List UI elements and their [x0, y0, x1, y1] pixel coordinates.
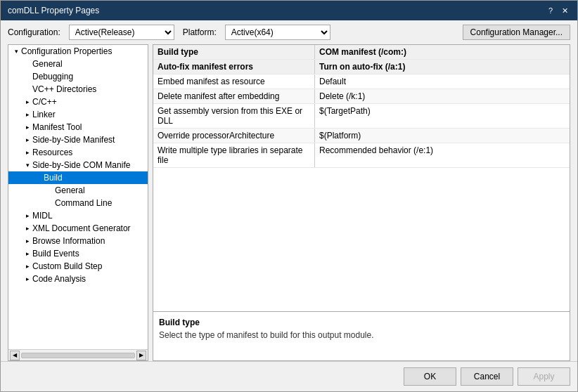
- tree-label-browse-info: Browse Information: [32, 236, 105, 246]
- tree-scroll-right[interactable]: ▶: [136, 351, 146, 360]
- tree-item-xml-doc[interactable]: ▸XML Document Generator: [8, 222, 148, 235]
- tree-expand-browse-info: ▸: [23, 236, 32, 246]
- help-button[interactable]: ?: [545, 5, 556, 16]
- tree-expand-general2: [45, 185, 55, 195]
- table-row[interactable]: Auto-fix manifest errorsTurn on auto-fix…: [153, 60, 570, 74]
- props-desc-title: Build type: [159, 318, 564, 327]
- tree-expand-xml-doc: ▸: [23, 223, 32, 233]
- table-row[interactable]: Write multiple type libraries in separat…: [153, 143, 570, 168]
- props-cell-left: Override processorArchitecture: [153, 129, 315, 143]
- props-header-right: COM manifest (/com:): [315, 45, 570, 59]
- config-row: Configuration: Active(Release) Platform:…: [1, 20, 577, 44]
- tree-item-linker[interactable]: ▸Linker: [8, 108, 148, 121]
- main-content: ▾Configuration PropertiesGeneralDebuggin…: [1, 44, 577, 361]
- tree-expand-manifest-tool: ▸: [23, 122, 32, 132]
- tree-expand-side-by-side-com: ▾: [23, 160, 32, 170]
- tree-item-vc-dirs[interactable]: VC++ Directories: [8, 83, 148, 96]
- props-cell-left: Delete manifest after embedding: [153, 89, 315, 103]
- props-panel: Build type COM manifest (/com:) Auto-fix…: [153, 44, 570, 361]
- tree-item-side-by-side[interactable]: ▸Side-by-Side Manifest: [8, 133, 148, 146]
- config-select[interactable]: Active(Release): [69, 25, 174, 40]
- config-manager-button[interactable]: Configuration Manager...: [463, 25, 570, 40]
- tree-expand-resources: ▸: [23, 148, 32, 157]
- tree-expand-side-by-side: ▸: [23, 135, 32, 145]
- tree-expand-cpp: ▸: [23, 97, 32, 107]
- props-table: Build type COM manifest (/com:) Auto-fix…: [153, 45, 570, 311]
- tree-item-build-events[interactable]: ▸Build Events: [8, 247, 148, 260]
- button-row: OK Cancel Apply: [1, 361, 577, 391]
- tree-label-custom-build: Custom Build Step: [32, 261, 102, 271]
- props-cell-right: Delete (/k:1): [315, 89, 570, 103]
- tree-label-side-by-side: Side-by-Side Manifest: [32, 135, 115, 145]
- tree-item-build[interactable]: Build: [8, 171, 148, 184]
- tree-label-xml-doc: XML Document Generator: [32, 223, 131, 233]
- tree-label-code-analysis: Code Analysis: [32, 274, 86, 284]
- tree-item-resources[interactable]: ▸Resources: [8, 146, 148, 159]
- tree-horizontal-scrollbar[interactable]: ◀▶: [8, 349, 148, 360]
- tree-label-cpp: C/C++: [32, 97, 57, 107]
- tree-item-manifest-tool[interactable]: ▸Manifest Tool: [8, 121, 148, 133]
- tree-label-resources: Resources: [32, 148, 72, 157]
- tree-expand-build: [34, 173, 44, 183]
- tree-item-midl[interactable]: ▸MIDL: [8, 209, 148, 222]
- close-button[interactable]: ✕: [559, 5, 570, 16]
- props-header-left: Build type: [153, 45, 315, 59]
- props-cell-right: Recommended behavior (/e:1): [315, 143, 570, 167]
- props-cell-left: Embed manifest as resource: [153, 74, 315, 89]
- table-row[interactable]: Embed manifest as resourceDefault: [153, 74, 570, 89]
- props-cell-right: $(Platform): [315, 129, 570, 143]
- props-cell-right: $(TargetPath): [315, 104, 570, 128]
- tree-expand-vc-dirs: [23, 84, 32, 94]
- props-header-row: Build type COM manifest (/com:): [153, 45, 570, 60]
- tree-item-general2[interactable]: General: [8, 184, 148, 197]
- tree-label-side-by-side-com: Side-by-Side COM Manife: [32, 160, 130, 170]
- tree-label-debugging: Debugging: [32, 72, 73, 81]
- tree-expand-general: [23, 59, 32, 69]
- tree-label-config-props: Configuration Properties: [21, 46, 112, 56]
- title-bar-controls: ? ✕: [545, 5, 570, 16]
- props-cell-right: Default: [315, 74, 570, 89]
- tree-panel: ▾Configuration PropertiesGeneralDebuggin…: [8, 44, 148, 361]
- tree-label-build-events: Build Events: [32, 249, 79, 259]
- tree-label-general2: General: [55, 185, 85, 195]
- platform-select[interactable]: Active(x64): [225, 25, 330, 40]
- tree-label-general: General: [32, 59, 63, 69]
- tree-expand-custom-build: ▸: [23, 261, 32, 271]
- tree-expand-build-events: ▸: [23, 249, 32, 259]
- props-cell-left: Get assembly version from this EXE or DL…: [153, 104, 315, 128]
- props-desc-text: Select the type of manifest to build for…: [159, 330, 564, 340]
- ok-button[interactable]: OK: [404, 367, 456, 386]
- props-cell-left: Write multiple type libraries in separat…: [153, 143, 315, 167]
- tree-item-code-analysis[interactable]: ▸Code Analysis: [8, 273, 148, 285]
- tree-label-linker: Linker: [32, 110, 56, 119]
- tree-item-general[interactable]: General: [8, 58, 148, 70]
- tree-expand-debugging: [23, 72, 32, 81]
- dialog-title: comDLL Property Pages: [8, 6, 99, 15]
- tree-label-vc-dirs: VC++ Directories: [32, 84, 96, 94]
- tree-item-debugging[interactable]: Debugging: [8, 70, 148, 83]
- platform-label: Platform:: [183, 27, 217, 37]
- cancel-button[interactable]: Cancel: [461, 367, 513, 386]
- tree-expand-config-props: ▾: [11, 46, 21, 56]
- tree-scroll-left[interactable]: ◀: [10, 351, 20, 360]
- tree-item-config-props[interactable]: ▾Configuration Properties: [8, 45, 148, 58]
- tree-scroll-track[interactable]: [21, 353, 135, 358]
- apply-button[interactable]: Apply: [518, 367, 570, 386]
- tree-item-side-by-side-com[interactable]: ▾Side-by-Side COM Manife: [8, 159, 148, 171]
- props-description: Build type Select the type of manifest t…: [153, 311, 570, 360]
- table-row[interactable]: Delete manifest after embeddingDelete (/…: [153, 89, 570, 104]
- tree-item-cpp[interactable]: ▸C/C++: [8, 96, 148, 108]
- tree-label-build: Build: [44, 173, 63, 183]
- tree-item-custom-build[interactable]: ▸Custom Build Step: [8, 260, 148, 273]
- config-label: Configuration:: [8, 27, 60, 37]
- tree-item-browse-info[interactable]: ▸Browse Information: [8, 235, 148, 247]
- tree-item-command-line[interactable]: Command Line: [8, 197, 148, 209]
- tree-expand-command-line: [45, 198, 55, 208]
- title-bar: comDLL Property Pages ? ✕: [1, 1, 577, 20]
- table-row[interactable]: Get assembly version from this EXE or DL…: [153, 104, 570, 129]
- tree-expand-midl: ▸: [23, 211, 32, 221]
- props-cell-right: Turn on auto-fix (/a:1): [315, 60, 570, 74]
- tree-label-manifest-tool: Manifest Tool: [32, 122, 82, 132]
- dialog: comDLL Property Pages ? ✕ Configuration:…: [0, 0, 578, 392]
- table-row[interactable]: Override processorArchitecture$(Platform…: [153, 129, 570, 143]
